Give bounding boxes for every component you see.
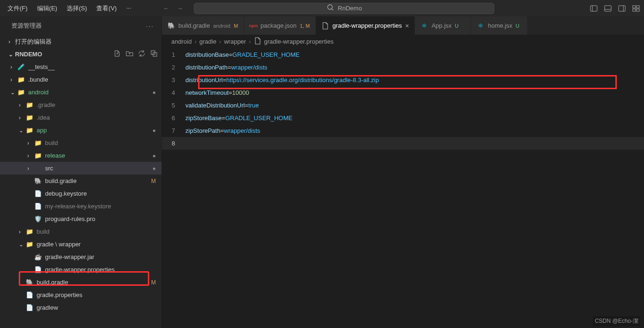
menu-item[interactable]: 文件(F) <box>4 2 31 15</box>
layout-left-icon[interactable] <box>590 5 598 12</box>
tree-item[interactable]: ›📁.bundle <box>0 73 161 86</box>
breadcrumb: android›gradle›wrapper›gradle-wrapper.pr… <box>162 35 644 47</box>
tree-item[interactable]: 📄gradle-wrapper.properties <box>0 263 161 276</box>
tab-icon: ⚛ <box>477 22 484 30</box>
breadcrumb-item[interactable]: gradle-wrapper.properties <box>264 38 334 45</box>
svg-rect-9 <box>636 6 639 8</box>
file-name: gradle \ wrapper <box>37 241 161 248</box>
tab-label: gradle-wrapper.properties <box>332 22 402 29</box>
tree-item[interactable]: 🐘build.gradleM <box>0 175 161 187</box>
new-file-icon[interactable] <box>114 50 121 59</box>
tab-label: package.json <box>261 22 297 29</box>
menu-item[interactable]: 选择(S) <box>63 2 91 15</box>
code-line: 1distributionBase=GRADLE_USER_HOME <box>162 48 644 61</box>
code-line: 5validateDistributionUrl=true <box>162 99 644 112</box>
file-icon: 📄 <box>34 202 42 211</box>
svg-rect-2 <box>590 6 597 11</box>
editor-tab[interactable]: ⚛home.jsxU <box>471 16 528 35</box>
status-badge: ● <box>153 127 156 134</box>
tree-item[interactable]: ›src● <box>0 162 161 175</box>
open-editors-section[interactable]: › 打开的编辑器 <box>0 35 161 48</box>
file-icon: 📁 <box>25 126 34 135</box>
line-number: 3 <box>162 74 185 86</box>
file-name: gradle-wrapper.properties <box>45 266 161 273</box>
file-name: release <box>45 152 153 159</box>
breadcrumb-item[interactable]: android <box>171 38 192 45</box>
line-number: 7 <box>162 124 185 137</box>
tree-item[interactable]: ☕gradle-wrapper.jar <box>0 251 161 263</box>
new-folder-icon[interactable] <box>126 50 133 59</box>
tree-item[interactable]: ›📁.gradle <box>0 99 161 111</box>
layout-controls <box>590 5 640 12</box>
tree-item[interactable]: ⌄📁gradle \ wrapper <box>0 238 161 251</box>
nav-arrows: ← → <box>163 5 183 12</box>
menu-item[interactable]: ··· <box>123 2 135 15</box>
command-center[interactable]: RnDemo <box>194 3 494 14</box>
tab-icon <box>322 22 329 30</box>
project-section[interactable]: ⌄ RNDEMO <box>0 48 161 61</box>
tree-item[interactable]: ›📁.idea <box>0 111 161 124</box>
tree-item[interactable]: ⌄📁android● <box>0 86 161 99</box>
file-name: proguard-rules.pro <box>45 215 161 222</box>
tree-item[interactable]: ›📁release● <box>0 149 161 162</box>
explorer-header: 资源管理器 ··· <box>0 16 161 35</box>
tree-item[interactable]: 🛡️proguard-rules.pro <box>0 213 161 225</box>
tree-item[interactable]: 📄gradle.properties <box>0 289 161 301</box>
collapse-icon[interactable] <box>150 50 158 59</box>
nav-forward[interactable]: → <box>176 5 183 12</box>
editor-tab[interactable]: gradle-wrapper.properties× <box>316 16 415 35</box>
explorer-actions <box>114 50 158 59</box>
editor-tab[interactable]: 🐘build.gradleandroidM <box>162 16 244 35</box>
file-name: build <box>45 139 161 146</box>
file-name: debug.keystore <box>45 190 161 197</box>
file-tree: ›🧪__tests__›📁.bundle⌄📁android●›📁.gradle›… <box>0 61 161 314</box>
tree-item[interactable]: 📄gradlew <box>0 301 161 314</box>
layout-customize-icon[interactable] <box>632 5 640 12</box>
tree-item[interactable]: 🐘build.gradleM <box>0 276 161 289</box>
code-editor[interactable]: 1distributionBase=GRADLE_USER_HOME2distr… <box>162 47 644 328</box>
tab-label: App.jsx <box>431 22 452 29</box>
layout-right-icon[interactable] <box>618 5 626 12</box>
breadcrumb-separator: › <box>194 38 196 45</box>
breadcrumb-separator: › <box>219 38 221 45</box>
status-badge: ● <box>153 153 156 159</box>
tree-item[interactable]: ›🧪__tests__ <box>0 61 161 73</box>
tab-label: home.jsx <box>488 22 512 29</box>
close-icon[interactable]: × <box>405 22 409 30</box>
layout-bottom-icon[interactable] <box>604 5 612 12</box>
chevron-icon: › <box>27 140 34 146</box>
tree-item[interactable]: 📄debug.keystore <box>0 187 161 200</box>
file-name: build.gradle <box>37 279 151 286</box>
file-icon: 🧪 <box>17 63 25 71</box>
file-icon: 🛡️ <box>34 215 42 223</box>
tab-icon: 🐘 <box>168 22 175 30</box>
breadcrumb-item[interactable]: gradle <box>199 38 216 45</box>
refresh-icon[interactable] <box>138 50 146 59</box>
editor-tab[interactable]: npmpackage.json1, M <box>244 16 316 35</box>
svg-point-0 <box>328 5 332 9</box>
svg-rect-11 <box>636 9 639 11</box>
tree-item[interactable]: ›📁build <box>0 225 161 238</box>
tree-item[interactable]: ⌄📁app● <box>0 124 161 137</box>
code-line: 6zipStoreBase=GRADLE_USER_HOME <box>162 112 644 124</box>
menu-item[interactable]: 编辑(E) <box>33 2 61 15</box>
file-icon: 📁 <box>25 240 34 249</box>
breadcrumb-item[interactable]: wrapper <box>224 38 246 45</box>
file-icon: 🐘 <box>34 177 42 185</box>
editor-area: 🐘build.gradleandroidMnpmpackage.json1, M… <box>162 16 644 328</box>
tree-item[interactable]: 📄my-release-key.keystore <box>0 200 161 213</box>
nav-back[interactable]: ← <box>163 5 169 12</box>
search-text: RnDemo <box>338 5 362 12</box>
menu-item[interactable]: 查看(V) <box>92 2 120 15</box>
svg-rect-6 <box>619 6 625 11</box>
editor-tab[interactable]: ⚛App.jsxU <box>415 16 471 35</box>
chevron-icon: › <box>19 102 25 108</box>
tab-hint: android <box>213 23 230 29</box>
menu-bar: 文件(F)编辑(E)选择(S)查看(V)··· <box>4 2 135 15</box>
tree-item[interactable]: ›📁build <box>0 137 161 149</box>
chevron-icon: › <box>27 153 34 159</box>
explorer-more-icon[interactable]: ··· <box>146 23 154 30</box>
tab-status: U <box>515 23 519 29</box>
svg-rect-4 <box>605 6 611 11</box>
file-icon <box>34 164 42 173</box>
